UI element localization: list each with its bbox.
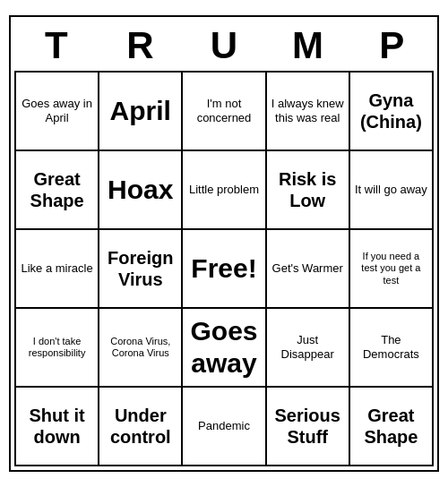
header-letter: T (14, 21, 99, 71)
header-row: TRUMP (14, 21, 434, 71)
cell-text: Goes away (186, 315, 261, 380)
cell-text: Shut it down (20, 405, 94, 448)
bingo-cell: Corona Virus, Corona Virus (99, 309, 183, 388)
bingo-cell: Goes away in April (16, 73, 99, 151)
cell-text: Great Shape (20, 168, 94, 211)
cell-text: Foreign Virus (103, 247, 177, 290)
header-letter: R (99, 21, 183, 71)
bingo-cell: Pandemic (183, 388, 266, 466)
bingo-cell: Little problem (183, 151, 266, 230)
cell-text: Risk is Low (271, 168, 345, 211)
cell-text: Pandemic (198, 419, 250, 433)
bingo-cell: Like a miracle (16, 230, 99, 309)
cell-text: Little problem (189, 183, 259, 197)
bingo-cell: Free! (183, 230, 266, 309)
bingo-cell: April (99, 73, 183, 151)
cell-text: If you need a test you get a test (354, 251, 428, 286)
header-letter: P (349, 21, 434, 71)
cell-text: Corona Virus, Corona Virus (103, 336, 177, 359)
cell-text: April (110, 95, 171, 127)
bingo-cell: Foreign Virus (99, 230, 183, 309)
cell-text: Get's Warmer (272, 261, 343, 276)
cell-text: I don't take responsibility (20, 336, 94, 359)
cell-text: Hoax (108, 174, 173, 206)
header-letter: U (182, 21, 266, 71)
cell-text: I'm not concerned (186, 97, 261, 124)
cell-text: Great Shape (354, 405, 428, 448)
bingo-cell: I always knew this was real (267, 73, 350, 151)
bingo-cell: If you need a test you get a test (350, 230, 434, 309)
cell-text: Serious Stuff (271, 405, 345, 448)
bingo-cell: It will go away (350, 151, 434, 230)
cell-text: Gyna (China) (354, 90, 428, 132)
cell-text: Just Disappear (271, 333, 345, 361)
bingo-cell: Gyna (China) (350, 73, 434, 151)
bingo-cell: I don't take responsibility (16, 309, 99, 388)
bingo-cell: Serious Stuff (267, 388, 350, 466)
bingo-cell: Get's Warmer (267, 230, 350, 309)
bingo-cell: Goes away (183, 309, 266, 388)
cell-text: It will go away (355, 183, 427, 197)
bingo-cell: The Democrats (350, 309, 434, 388)
bingo-cell: Great Shape (16, 151, 99, 230)
cell-text: Free! (191, 252, 256, 285)
bingo-card: TRUMP Goes away in AprilAprilI'm not con… (9, 15, 439, 472)
bingo-grid: Goes away in AprilAprilI'm not concerned… (14, 71, 434, 466)
bingo-cell: Great Shape (350, 388, 434, 466)
bingo-cell: Hoax (99, 151, 183, 230)
cell-text: The Democrats (354, 333, 428, 361)
header-letter: M (266, 21, 350, 71)
bingo-cell: I'm not concerned (183, 73, 266, 151)
cell-text: Under control (103, 405, 177, 448)
bingo-cell: Shut it down (16, 388, 99, 466)
cell-text: Goes away in April (20, 97, 94, 124)
bingo-cell: Just Disappear (267, 309, 350, 388)
bingo-cell: Risk is Low (267, 151, 350, 230)
bingo-cell: Under control (99, 388, 183, 466)
cell-text: I always knew this was real (271, 97, 345, 124)
cell-text: Like a miracle (21, 261, 92, 276)
